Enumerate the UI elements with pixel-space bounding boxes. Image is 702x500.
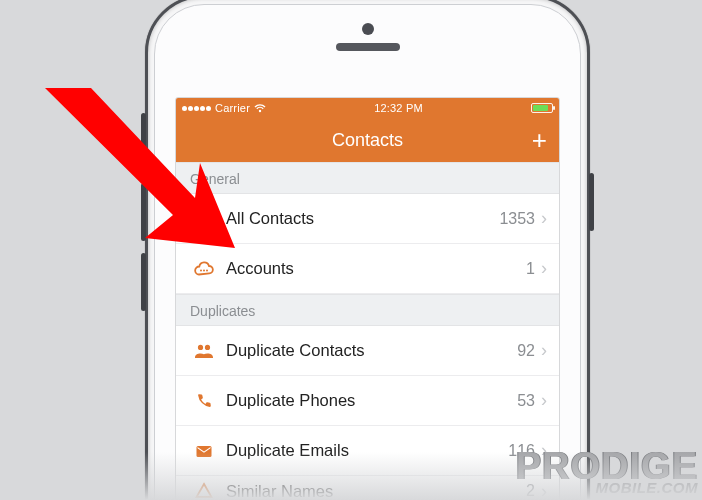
section-header-general: General (176, 162, 559, 194)
watermark-line1: PRODIGE (516, 451, 698, 482)
screen: Carrier 12:32 PM Contacts + General (175, 97, 560, 500)
row-count: 1353 (499, 210, 535, 228)
page-title: Contacts (332, 130, 403, 151)
row-label: Accounts (226, 259, 526, 278)
row-label: Duplicate Emails (226, 441, 508, 460)
add-contact-button[interactable]: + (532, 118, 547, 162)
wifi-icon (254, 103, 266, 113)
row-duplicate-emails[interactable]: Duplicate Emails 116 › (176, 426, 559, 476)
chevron-right-icon: › (541, 258, 547, 279)
row-duplicate-contacts[interactable]: Duplicate Contacts 92 › (176, 326, 559, 376)
row-similar-names[interactable]: Similar Names 2 › (176, 476, 559, 500)
person-icon (190, 209, 218, 229)
power-button (589, 173, 594, 231)
signal-strength-icon (182, 106, 211, 111)
front-camera (362, 23, 374, 35)
row-count: 92 (517, 342, 535, 360)
mute-switch (141, 113, 146, 147)
navbar: Contacts + (176, 118, 559, 162)
row-label: Duplicate Phones (226, 391, 517, 410)
section-header-duplicates: Duplicates (176, 294, 559, 326)
watermark: PRODIGE MOBILE.COM (516, 451, 702, 494)
warning-icon (190, 481, 218, 500)
list-general: All Contacts 1353 › Accounts 1 › (176, 194, 559, 294)
status-bar: Carrier 12:32 PM (176, 98, 559, 118)
row-all-contacts[interactable]: All Contacts 1353 › (176, 194, 559, 244)
row-count: 1 (526, 260, 535, 278)
clock: 12:32 PM (374, 102, 423, 114)
chevron-right-icon: › (541, 390, 547, 411)
chevron-right-icon: › (541, 208, 547, 229)
volume-up-button (141, 183, 146, 241)
row-label: Similar Names (226, 482, 526, 501)
cloud-icon (190, 259, 218, 279)
phone-bezel: Carrier 12:32 PM Contacts + General (154, 4, 581, 500)
envelope-icon (190, 441, 218, 461)
phone-shell: Carrier 12:32 PM Contacts + General (145, 0, 590, 500)
row-label: All Contacts (226, 209, 499, 228)
volume-down-button (141, 253, 146, 311)
earpiece (336, 43, 400, 51)
battery-icon (531, 103, 553, 113)
row-duplicate-phones[interactable]: Duplicate Phones 53 › (176, 376, 559, 426)
carrier-label: Carrier (215, 102, 250, 114)
list-duplicates: Duplicate Contacts 92 › Duplicate Phones… (176, 326, 559, 500)
row-label: Duplicate Contacts (226, 341, 517, 360)
row-accounts[interactable]: Accounts 1 › (176, 244, 559, 294)
row-count: 53 (517, 392, 535, 410)
stage: Carrier 12:32 PM Contacts + General (0, 0, 702, 500)
phone-icon (190, 391, 218, 411)
chevron-right-icon: › (541, 340, 547, 361)
people-icon (190, 341, 218, 361)
